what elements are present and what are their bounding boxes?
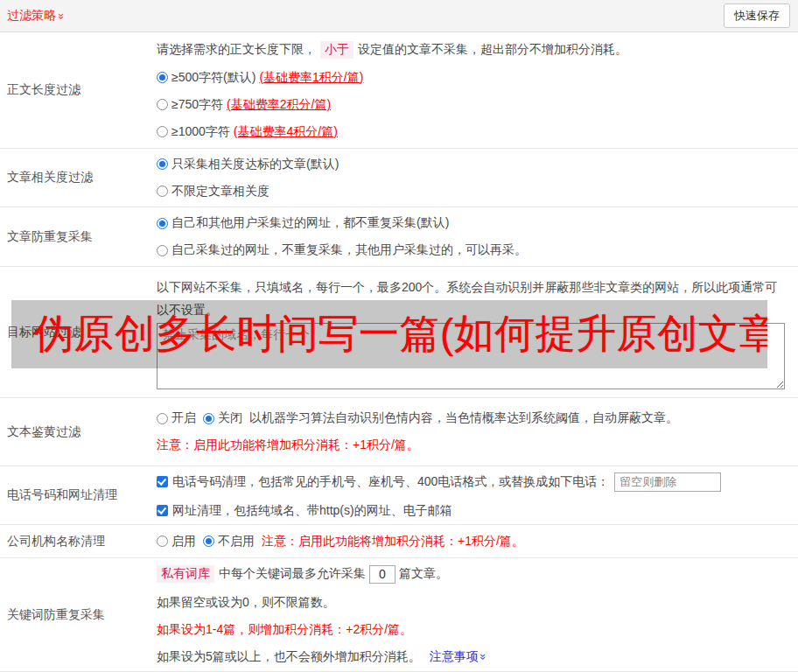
row-label: 文章防重复采集 bbox=[0, 207, 157, 266]
row-relevance: 文章相关度过滤 只采集相关度达标的文章(默认) 不限定文章相关度 bbox=[0, 149, 798, 207]
filter-strategy-page: 过滤策略 快速保存 正文长度过滤 请选择需求的正文长度下限，小于设定值的文章不采… bbox=[0, 0, 798, 672]
row-dedup: 文章防重复采集 自己和其他用户采集过的网址，都不重复采集(默认) 自己采集过的网… bbox=[0, 207, 798, 267]
topbar: 过滤策略 快速保存 bbox=[0, 0, 798, 32]
content-length-desc: 请选择需求的正文长度下限，小于设定值的文章不采集，超出部分不增加积分消耗。 bbox=[157, 41, 789, 59]
notice-link[interactable]: 注意事项 bbox=[430, 649, 486, 665]
radio-icon[interactable] bbox=[157, 99, 168, 110]
row-target-site: 目标网站过滤 以下网站不采集，只填域名，每行一个，最多200个。系统会自动识别并… bbox=[0, 267, 798, 398]
fee-note: (基础费率2积分/篇) bbox=[227, 97, 331, 113]
chevron-double-down-icon bbox=[478, 654, 489, 660]
row-phone-url-clean: 电话号码和网址清理 电话号码清理，包括常见的手机号、座机号、400电话格式，或替… bbox=[0, 466, 798, 525]
checkbox-option-url-clean[interactable]: 网址清理，包括纯域名、带http(s)的网址、电子邮箱 bbox=[157, 503, 789, 519]
row-label: 正文长度过滤 bbox=[0, 32, 157, 148]
radio-icon[interactable] bbox=[157, 158, 168, 170]
fee-note: (基础费率1积分/篇) bbox=[259, 70, 363, 86]
radio-option-dedup-self[interactable]: 自己采集过的网址，不重复采集，其他用户采集过的，可以再采。 bbox=[157, 242, 789, 258]
radio-icon[interactable] bbox=[157, 413, 168, 424]
radio-option-porn-off[interactable]: 关闭 bbox=[203, 410, 242, 426]
keyword-dedup-line4: 如果设为5篇或以上，也不会额外增加积分消耗。 bbox=[157, 649, 421, 665]
section-title-toggle[interactable]: 过滤策略 bbox=[7, 8, 65, 24]
row-keyword-dedup: 关键词防重复采集 私有词库 中每个关键词最多允许采集 篇文章。 如果留空或设为0… bbox=[0, 558, 798, 672]
radio-icon[interactable] bbox=[157, 126, 168, 137]
radio-option-750[interactable]: ≥750字符 (基础费率2积分/篇) bbox=[157, 97, 789, 113]
row-label: 目标网站过滤 bbox=[0, 267, 157, 397]
radio-option-relevance-strict[interactable]: 只采集相关度达标的文章(默认) bbox=[157, 157, 789, 172]
keyword-dedup-line3: 如果设为1-4篇，则增加积分消耗：+2积分/篇。 bbox=[157, 622, 789, 638]
radio-option-relevance-any[interactable]: 不限定文章相关度 bbox=[157, 184, 789, 200]
max-collect-count-input[interactable] bbox=[369, 565, 396, 584]
radio-icon[interactable] bbox=[157, 536, 168, 547]
row-porn-filter: 文本鉴黄过滤 开启 关闭 以机器学习算法自动识别色情内容，当色情概率达到系统阈值… bbox=[0, 398, 798, 466]
row-label: 关键词防重复采集 bbox=[0, 558, 157, 671]
checkbox-icon[interactable] bbox=[157, 476, 168, 487]
radio-option-dedup-all[interactable]: 自己和其他用户采集过的网址，都不重复采集(默认) bbox=[157, 215, 789, 231]
radio-icon[interactable] bbox=[157, 218, 168, 229]
row-label: 公司机构名称清理 bbox=[0, 525, 157, 557]
chevron-double-down-icon bbox=[56, 12, 67, 18]
private-lexicon-chip: 私有词库 bbox=[157, 565, 214, 583]
quick-save-button[interactable]: 快速保存 bbox=[724, 4, 790, 28]
radio-option-company-on[interactable]: 启用 bbox=[157, 534, 196, 550]
radio-icon[interactable] bbox=[203, 413, 214, 424]
radio-option-company-off[interactable]: 不启用 bbox=[203, 534, 255, 550]
radio-icon[interactable] bbox=[157, 245, 168, 256]
replacement-phone-input[interactable] bbox=[614, 472, 721, 492]
radio-option-porn-on[interactable]: 开启 bbox=[157, 410, 196, 426]
porn-filter-note: 注意：启用此功能将增加积分消耗：+1积分/篇。 bbox=[157, 438, 789, 453]
page-title: 过滤策略 bbox=[7, 8, 56, 24]
radio-option-500[interactable]: ≥500字符(默认) (基础费率1积分/篇) bbox=[157, 70, 789, 86]
row-company-clean: 公司机构名称清理 启用 不启用 注意：启用此功能将增加积分消耗：+1积分/篇。 bbox=[0, 525, 798, 558]
company-clean-note: 注意：启用此功能将增加积分消耗：+1积分/篇。 bbox=[262, 534, 524, 550]
target-site-desc: 以下网站不采集，只填域名，每行一个，最多200个。系统会自动识别并屏蔽那些非文章… bbox=[157, 276, 787, 321]
row-content-length: 正文长度过滤 请选择需求的正文长度下限，小于设定值的文章不采集，超出部分不增加积… bbox=[0, 32, 798, 149]
row-label: 电话号码和网址清理 bbox=[0, 466, 157, 524]
fee-note: (基础费率4积分/篇) bbox=[234, 124, 338, 140]
less-than-chip: 小于 bbox=[320, 41, 354, 59]
radio-option-1000[interactable]: ≥1000字符 (基础费率4积分/篇) bbox=[157, 124, 789, 140]
blocked-domains-textarea[interactable] bbox=[157, 323, 785, 389]
row-label: 文章相关度过滤 bbox=[0, 149, 157, 206]
checkbox-icon[interactable] bbox=[157, 505, 168, 516]
checkbox-option-phone-clean[interactable]: 电话号码清理，包括常见的手机号、座机号、400电话格式，或替换成如下电话： bbox=[157, 474, 609, 490]
porn-filter-desc: 以机器学习算法自动识别色情内容，当色情概率达到系统阈值，自动屏蔽文章。 bbox=[249, 410, 678, 426]
row-label: 文本鉴黄过滤 bbox=[0, 398, 157, 466]
radio-icon[interactable] bbox=[157, 186, 168, 197]
keyword-dedup-line2: 如果留空或设为0，则不限篇数。 bbox=[157, 595, 789, 611]
radio-icon[interactable] bbox=[157, 72, 168, 83]
radio-icon[interactable] bbox=[203, 536, 214, 547]
